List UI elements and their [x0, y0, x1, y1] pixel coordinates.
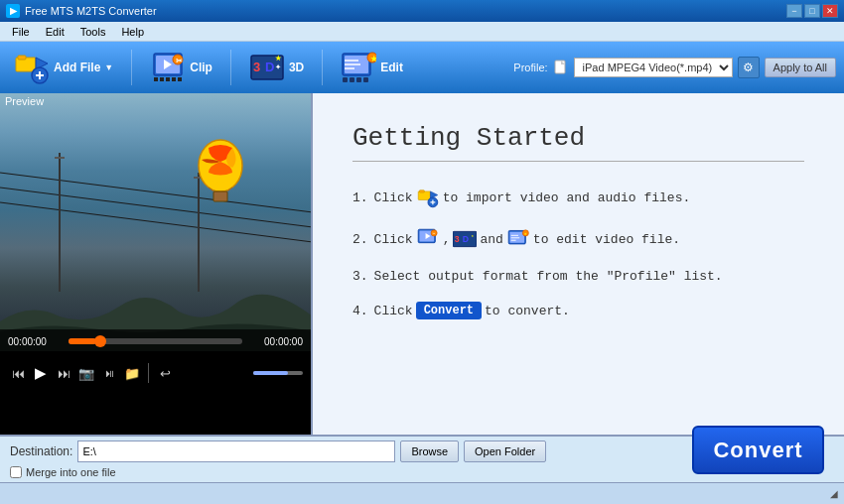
add-file-button[interactable]: Add File ▼ — [8, 47, 119, 88]
clip-inline-icon: ✂ — [416, 227, 440, 251]
step-1-text1: Click — [374, 190, 413, 205]
svg-text:3: 3 — [253, 60, 260, 74]
step-4-num: 4. — [352, 304, 368, 318]
volume-slider[interactable] — [253, 371, 303, 375]
clip-label: Clip — [190, 61, 212, 74]
3d-inline-icon: 3 D ★ — [453, 227, 477, 251]
step-4-text2: to convert. — [485, 304, 570, 318]
step-3-text: Select output format from the "Profile" … — [374, 269, 723, 284]
svg-text:★: ★ — [370, 55, 377, 63]
app-icon: ▶ — [6, 4, 20, 18]
step-4-text1: Click — [374, 304, 413, 318]
getting-started-title: Getting Started — [352, 123, 804, 153]
clip-button[interactable]: ✂ Clip — [144, 47, 218, 88]
apply-all-button[interactable]: Apply to All — [765, 58, 836, 77]
edit-label: Edit — [380, 61, 403, 74]
back-arrow-button[interactable]: ↩ — [155, 363, 175, 383]
settings-button[interactable]: ⚙ — [738, 57, 760, 78]
preview-label: Preview — [5, 95, 44, 107]
svg-text:★: ★ — [524, 231, 527, 236]
edit-button[interactable]: ★ Edit — [335, 47, 409, 88]
menu-edit[interactable]: Edit — [38, 24, 72, 40]
menu-tools[interactable]: Tools — [72, 24, 114, 40]
svg-line-35 — [0, 202, 311, 242]
step-3-num: 3. — [352, 269, 368, 284]
step-2-and: and — [480, 232, 502, 247]
title-bar: ▶ Free MTS M2TS Converter − □ ✕ — [0, 0, 844, 22]
browse-button[interactable]: Browse — [400, 441, 459, 462]
add-file-inline-icon — [416, 186, 440, 209]
svg-text:✂: ✂ — [432, 231, 435, 236]
svg-rect-41 — [213, 191, 227, 201]
step-1: 1. Click to import video and audio files… — [352, 186, 804, 209]
clip-icon: ✂ — [150, 50, 186, 85]
svg-rect-11 — [172, 77, 176, 81]
progress-fill — [69, 338, 96, 344]
svg-rect-29 — [356, 77, 361, 82]
progress-bar[interactable] — [69, 338, 242, 344]
play-button[interactable]: ▶ — [31, 363, 51, 383]
svg-rect-28 — [350, 77, 354, 82]
player-separator — [148, 363, 149, 383]
close-button[interactable]: ✕ — [822, 4, 838, 18]
menu-file[interactable]: File — [4, 24, 38, 40]
skip-back-button[interactable]: ⏮ — [8, 363, 28, 383]
merge-label: Merge into one file — [26, 466, 116, 478]
getting-started-panel: Getting Started 1. Click to import video… — [313, 93, 844, 435]
svg-text:✦: ✦ — [275, 63, 281, 70]
svg-text:D: D — [265, 60, 274, 74]
svg-text:3: 3 — [455, 234, 460, 244]
main-content: Preview — [0, 93, 844, 435]
svg-rect-27 — [343, 77, 348, 82]
svg-rect-8 — [154, 77, 158, 81]
step-4: 4. Click Convert to convert. — [352, 302, 804, 319]
profile-bar: Profile: iPad MPEG4 Video(*.mp4) ⚙ Apply… — [513, 57, 836, 78]
time-total: 00:00:00 — [248, 336, 303, 347]
convert-button[interactable]: Convert — [692, 426, 824, 474]
step-3: 3. Select output format from the "Profil… — [352, 269, 804, 284]
svg-rect-10 — [166, 77, 170, 81]
step-2-text4: to edit video file. — [533, 232, 680, 247]
window-controls: − □ ✕ — [786, 4, 838, 18]
toolbar-separator-3 — [322, 50, 323, 85]
playback-time: 00:00:00 00:00:00 — [0, 329, 311, 353]
svg-line-34 — [0, 188, 311, 227]
skip-forward-button[interactable]: ⏭ — [54, 363, 73, 383]
open-file-button[interactable]: 📁 — [122, 363, 142, 383]
three-d-button[interactable]: 3 D ★ ✦ 3D — [243, 47, 310, 88]
add-file-dropdown[interactable]: ▼ — [104, 63, 113, 72]
merge-checkbox[interactable] — [10, 466, 22, 478]
three-d-label: 3D — [289, 61, 304, 74]
window-title: Free MTS M2TS Converter — [25, 5, 157, 17]
convert-inline-label: Convert — [416, 302, 482, 319]
svg-rect-12 — [178, 77, 182, 81]
snapshot-button[interactable]: 📷 — [76, 363, 96, 383]
step-2-text1: Click — [374, 232, 413, 247]
edit-icon: ★ — [341, 50, 376, 85]
three-d-icon: 3 D ★ ✦ — [249, 50, 285, 85]
video-area — [0, 93, 311, 351]
menu-help[interactable]: Help — [113, 24, 152, 40]
minimize-button[interactable]: − — [786, 4, 802, 18]
progress-thumb — [94, 335, 106, 347]
maximize-button[interactable]: □ — [804, 4, 820, 18]
toolbar: Add File ▼ ✂ Clip — [0, 42, 844, 93]
svg-rect-30 — [363, 77, 368, 82]
profile-select[interactable]: iPad MPEG4 Video(*.mp4) — [574, 58, 733, 77]
toolbar-separator-1 — [131, 50, 132, 85]
add-file-icon — [14, 50, 50, 85]
svg-line-33 — [0, 173, 311, 212]
step-2-comma: , — [443, 232, 451, 247]
open-folder-button[interactable]: Open Folder — [464, 441, 546, 462]
destination-input[interactable] — [77, 441, 395, 462]
edit-inline-icon: ★ — [506, 227, 530, 251]
time-elapsed: 00:00:00 — [8, 336, 63, 347]
volume-control — [253, 371, 303, 375]
add-file-label: Add File — [54, 61, 100, 74]
step-back-button[interactable]: ⏯ — [99, 363, 119, 383]
svg-rect-45 — [419, 190, 424, 192]
svg-text:✂: ✂ — [176, 57, 183, 65]
svg-rect-1 — [18, 56, 26, 60]
resize-handle: ◢ — [830, 488, 838, 499]
balloon — [194, 138, 248, 207]
